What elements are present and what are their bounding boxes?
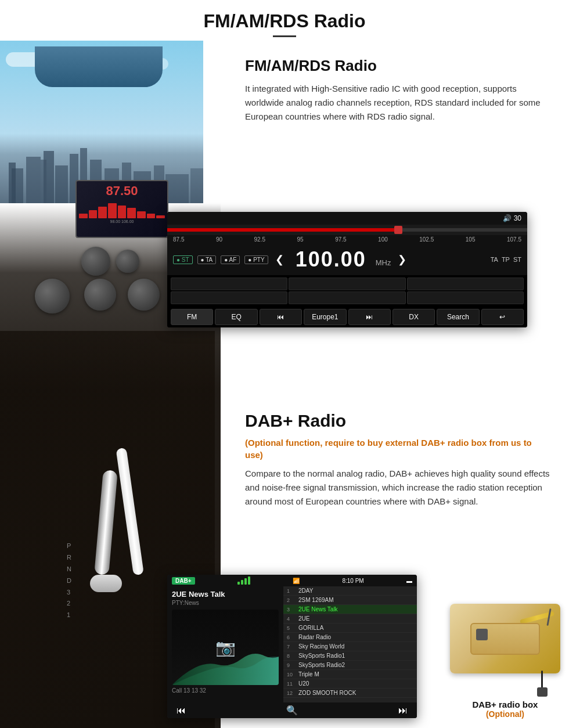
control-knob-1[interactable] — [81, 247, 110, 276]
dab-search-btn[interactable]: 🔍 — [282, 705, 302, 716]
scale-1075: 107.5 — [507, 236, 521, 243]
frequency-display: 100.00 — [296, 247, 366, 272]
frequency-unit: MHz — [376, 258, 391, 267]
dab-box-label: DAB+ radio box — [447, 700, 563, 709]
badge-af[interactable]: ● AF — [221, 255, 240, 264]
list-item-5[interactable]: 5 GORILLA — [283, 624, 417, 633]
extra-ta[interactable]: TA — [491, 256, 498, 263]
volume-value: 30 — [514, 214, 521, 222]
scale-975: 97.5 — [335, 236, 346, 243]
dab-ui-screen: DAB+ 📶 8:10 PM ▬ 2UE News Talk PTY:News — [167, 575, 417, 718]
list-item-12[interactable]: 12 ZOD SMOOTH ROCK — [283, 689, 417, 698]
svg-rect-2 — [26, 157, 41, 203]
fm-info-card: FM/AM/RDS Radio It integrated with High-… — [226, 41, 569, 138]
btn-back[interactable]: ↩ — [481, 309, 524, 325]
badge-st[interactable]: ● ST — [173, 255, 193, 264]
hu-bar-2 — [89, 210, 98, 218]
frequency-slider[interactable] — [167, 225, 527, 235]
btn-next-track[interactable]: ⏭ — [348, 309, 391, 325]
wifi-icon: 📶 — [293, 578, 300, 584]
list-item-10[interactable]: 10 Triple M — [283, 670, 417, 679]
dab-station-list: 1 2DAY 2 2SM 1269AM 3 2UE News Talk 4 2U… — [283, 586, 417, 702]
volume-icon: 🔊 — [503, 214, 512, 222]
list-item-8[interactable]: 8 SkySports Radio1 — [283, 651, 417, 661]
freq-prev-btn[interactable]: ❮ — [273, 253, 286, 266]
list-item-3[interactable]: 3 2UE News Talk — [283, 605, 417, 614]
dab-connector — [537, 687, 548, 697]
signal-bars — [237, 576, 250, 585]
dab-box-body — [470, 623, 540, 655]
dab-visual-area: 📷 — [172, 610, 279, 685]
svg-rect-14 — [190, 168, 203, 203]
scale-90: 90 — [216, 236, 222, 243]
hu-range-text: 98.00 106.00 — [79, 219, 165, 224]
control-knob-3[interactable] — [35, 279, 70, 313]
btn-fm[interactable]: FM — [171, 309, 213, 325]
btn-search[interactable]: Search — [437, 309, 479, 325]
dab-call-text: Call 13 13 32 — [172, 687, 279, 694]
dab-box-port — [476, 629, 488, 640]
list-item-7[interactable]: 7 Sky Racing World — [283, 642, 417, 651]
dab-pty: PTY:News — [172, 600, 279, 606]
radio-ui-screen: 🔊 30 87.5 90 92.5 95 97.5 100 102.5 105 … — [167, 212, 527, 327]
hu-bar-4 — [108, 203, 117, 218]
badge-pty[interactable]: ● PTY — [244, 255, 268, 264]
control-knob-5[interactable] — [128, 279, 160, 311]
dab-box-panel: DAB+ radio box (Optional) — [447, 604, 563, 719]
page-title: FM/AM/RDS Radio — [0, 10, 569, 32]
hu-bar-5 — [118, 206, 127, 218]
preset-5[interactable] — [289, 291, 405, 304]
btn-prev-track[interactable]: ⏮ — [260, 309, 302, 325]
scale-1025: 102.5 — [419, 236, 434, 243]
btn-dx[interactable]: DX — [392, 309, 435, 325]
extra-st[interactable]: ST — [513, 256, 521, 263]
svg-rect-5 — [55, 165, 68, 203]
freq-next-btn[interactable]: ❯ — [395, 253, 409, 266]
extra-buttons: TA TP ST — [491, 256, 521, 263]
list-item-1[interactable]: 1 2DAY — [283, 586, 417, 596]
list-item-2[interactable]: 2 2SM 1269AM — [283, 596, 417, 605]
signal-bar-2 — [241, 580, 243, 585]
hu-bar-6 — [127, 208, 136, 218]
gear-shift-knob — [90, 575, 122, 592]
preset-4[interactable] — [171, 291, 287, 304]
scale-95: 95 — [297, 236, 304, 243]
control-knob-4[interactable] — [84, 279, 116, 311]
signal-bar-3 — [244, 578, 247, 585]
bg-section: 87.50 98.00 106.00 — [0, 41, 569, 728]
list-item-4[interactable]: 4 2UE — [283, 614, 417, 624]
hu-bars — [79, 201, 165, 218]
extra-tp[interactable]: TP — [502, 256, 510, 263]
btn-eq[interactable]: EQ — [215, 309, 257, 325]
dab-box-optional: (Optional) — [447, 709, 563, 719]
dab-optional-text: (Optional function, require to buy exter… — [245, 437, 550, 461]
btn-europe1[interactable]: Europe1 — [304, 309, 346, 325]
dab-card-title: DAB+ Radio — [245, 411, 550, 431]
preset-2[interactable] — [289, 277, 405, 290]
dab-prev-btn[interactable]: ⏮ — [172, 705, 190, 716]
preset-3[interactable] — [407, 277, 524, 290]
dab-top-bar: DAB+ 📶 8:10 PM ▬ — [167, 575, 417, 586]
gear-indicator: PRND321 — [67, 540, 71, 621]
list-item-11[interactable]: 11 U20 — [283, 679, 417, 689]
list-item-9[interactable]: 9 SkySports Radio2 — [283, 661, 417, 670]
fm-card-description: It integrated with High-Sensitive radio … — [245, 82, 550, 124]
page-title-area: FM/AM/RDS Radio — [0, 0, 569, 41]
preset-6[interactable] — [407, 291, 524, 304]
list-item-6[interactable]: 6 Radar Radio — [283, 633, 417, 642]
svg-rect-4 — [41, 160, 46, 203]
scale-875: 87.5 — [173, 236, 184, 243]
hu-bar-1 — [79, 214, 88, 218]
hu-bar-8 — [147, 214, 156, 218]
hu-bar-7 — [137, 211, 146, 218]
preset-1[interactable] — [171, 277, 287, 290]
svg-rect-1 — [9, 163, 16, 203]
fm-card-title: FM/AM/RDS Radio — [245, 57, 550, 75]
slider-thumb[interactable] — [394, 226, 402, 234]
control-knob-2[interactable] — [116, 250, 139, 273]
dab-left-panel: 2UE News Talk PTY:News — [167, 586, 283, 702]
dab-bottom-controls: ⏮ 🔍 ⏭ — [167, 702, 417, 718]
dab-next-btn[interactable]: ⏭ — [394, 705, 412, 716]
badge-ta[interactable]: ● TA — [197, 255, 217, 264]
title-divider — [273, 35, 296, 37]
